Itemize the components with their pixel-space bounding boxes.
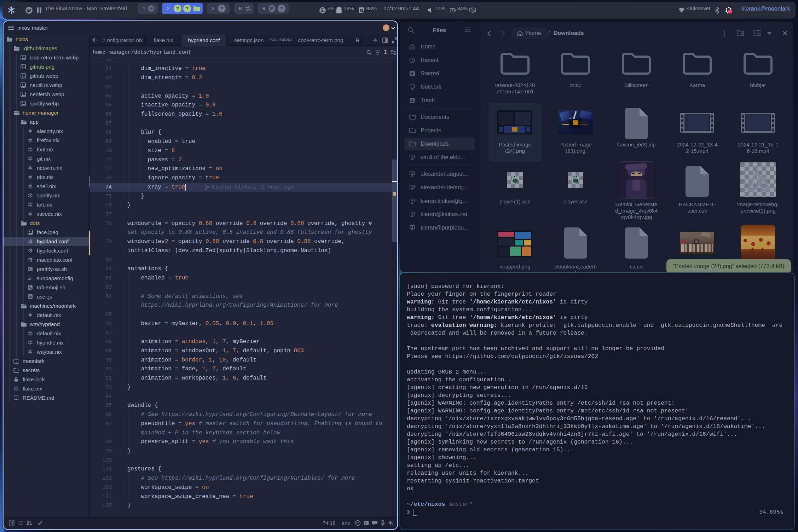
svg-text:JS: JS [29, 295, 32, 299]
